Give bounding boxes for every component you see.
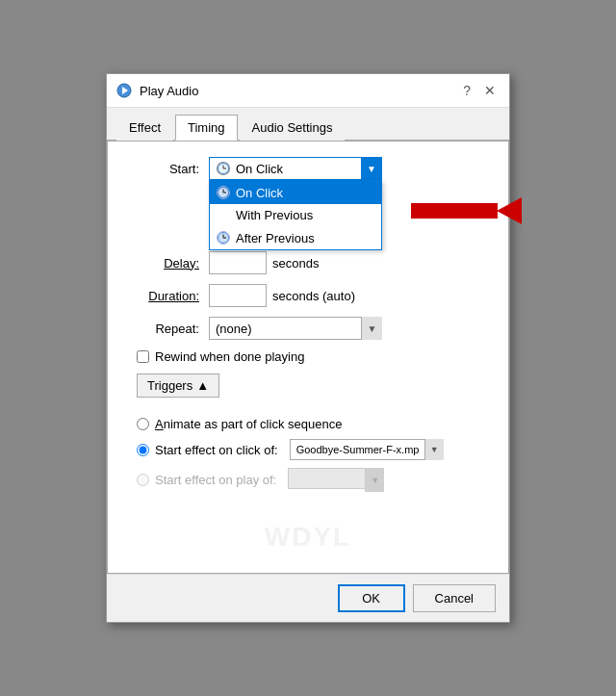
rewind-label: Rewind when done playing (155, 349, 304, 364)
cancel-button[interactable]: Cancel (413, 584, 496, 612)
title-bar: Play Audio ? ✕ (107, 74, 509, 108)
after-previous-label: After Previous (236, 231, 315, 245)
start-row: Start: On Click ▼ (127, 157, 489, 180)
delay-row: Delay: seconds (127, 251, 489, 274)
repeat-select[interactable]: (none) (209, 317, 382, 340)
delay-label: Delay: (127, 256, 199, 271)
animate-label: Animate as part of click sequence (155, 417, 342, 431)
dropdown-after-previous[interactable]: After Previous (210, 226, 381, 249)
file-select-container: Goodbye-Summer-F-x.mp3 ▼ (290, 439, 444, 460)
rewind-checkbox[interactable] (137, 350, 149, 363)
dialog-footer: OK Cancel (107, 574, 509, 622)
duration-row: Duration: seconds (auto) (127, 284, 489, 307)
watermark: WDYL (127, 500, 489, 557)
red-arrow-container (411, 197, 522, 224)
tab-timing[interactable]: Timing (175, 115, 238, 141)
start-clock-icon (216, 161, 231, 176)
repeat-value: (none) (216, 322, 252, 336)
title-bar-left: Play Audio (116, 83, 198, 98)
on-click-label: On Click (236, 186, 283, 200)
triggers-section: Triggers ▲ (127, 374, 489, 407)
duration-label: Duration: (127, 289, 199, 303)
repeat-label: Repeat: (127, 322, 199, 336)
start-dropdown-arrow[interactable]: ▼ (361, 157, 382, 180)
start-effect-label: Start effect on click of: (155, 443, 278, 457)
delay-unit: seconds (272, 256, 319, 271)
dropdown-with-previous[interactable]: With Previous (210, 204, 381, 226)
duration-input[interactable] (209, 284, 267, 307)
start-play-radio-row: Start effect on play of: ▼ (137, 468, 489, 492)
repeat-dropdown-arrow[interactable]: ▼ (361, 317, 382, 340)
dialog-title: Play Audio (140, 84, 198, 98)
with-previous-label: With Previous (236, 208, 313, 222)
tab-audio-settings[interactable]: Audio Settings (240, 115, 346, 141)
dialog-icon (116, 83, 132, 98)
start-select[interactable]: On Click (209, 157, 382, 180)
arrow-shaft (411, 203, 498, 219)
arrow-head (497, 197, 522, 224)
animate-radio-row: Animate as part of click sequence (137, 417, 489, 431)
delay-input[interactable] (209, 251, 267, 274)
after-previous-icon (216, 230, 231, 245)
file-select[interactable]: Goodbye-Summer-F-x.mp3 (290, 439, 444, 460)
start-value: On Click (236, 162, 283, 176)
file-name: Goodbye-Summer-F-x.mp3 (296, 444, 420, 455)
rewind-row: Rewind when done playing (137, 349, 489, 364)
file-select-arrow[interactable]: ▼ (424, 439, 444, 460)
start-select-container: On Click ▼ On Click (209, 157, 382, 180)
start-play-radio[interactable] (137, 474, 149, 486)
start-effect-radio[interactable] (137, 444, 149, 456)
on-click-icon (216, 185, 231, 200)
close-button[interactable]: ✕ (480, 82, 500, 99)
disabled-arrow: ▼ (365, 468, 384, 492)
triggers-arrow-icon: ▲ (196, 378, 209, 393)
repeat-row: Repeat: (none) ▼ (127, 317, 489, 340)
start-label: Start: (127, 162, 199, 176)
play-audio-dialog: Play Audio ? ✕ Effect Timing Audio Setti… (106, 73, 510, 623)
radio-group: Animate as part of click sequence Start … (137, 417, 489, 492)
triggers-button[interactable]: Triggers ▲ (137, 374, 219, 398)
animate-label-rest: nimate as part of click sequence (164, 417, 343, 431)
dropdown-on-click[interactable]: On Click (210, 181, 381, 204)
tab-content: Start: On Click ▼ (107, 141, 509, 574)
repeat-select-container: (none) ▼ (209, 317, 382, 340)
duration-unit: seconds (auto) (272, 289, 355, 303)
triggers-label: Triggers (147, 378, 192, 393)
animate-radio[interactable] (137, 418, 149, 430)
help-button[interactable]: ? (459, 82, 475, 99)
disabled-select-container: ▼ (288, 468, 384, 492)
tab-effect[interactable]: Effect (116, 115, 173, 141)
start-dropdown-menu: On Click With Previous After Prev (209, 180, 382, 250)
title-bar-buttons: ? ✕ (459, 82, 500, 99)
tab-bar: Effect Timing Audio Settings (107, 108, 509, 141)
start-effect-radio-row: Start effect on click of: Goodbye-Summer… (137, 439, 489, 460)
start-play-label: Start effect on play of: (155, 473, 276, 487)
ok-button[interactable]: OK (338, 584, 405, 612)
